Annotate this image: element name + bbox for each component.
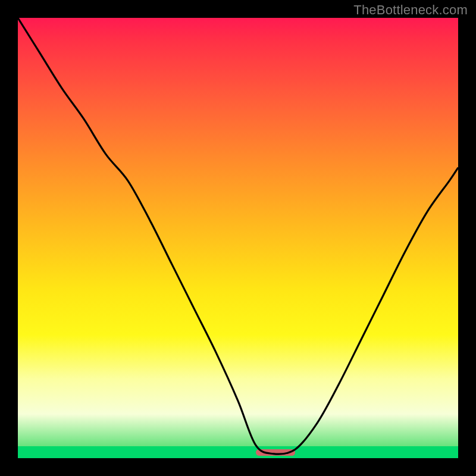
bottleneck-curve-path (18, 18, 458, 454)
curve-svg (18, 18, 458, 458)
chart-root: { "watermark": "TheBottleneck.com", "plo… (0, 0, 476, 476)
watermark-text: TheBottleneck.com (353, 2, 468, 18)
plot-area (18, 18, 458, 458)
